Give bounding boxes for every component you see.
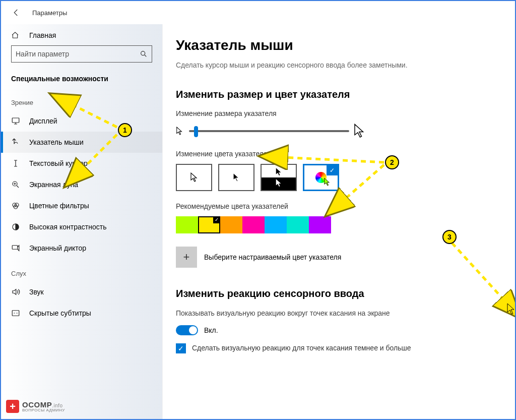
sidebar-item-magnifier[interactable]: Экранная лупа [1, 174, 162, 195]
color-swatch[interactable] [309, 216, 331, 233]
check-icon: ✓ [213, 216, 220, 223]
pointer-icon [11, 138, 22, 147]
pointer-color-custom[interactable]: ✓ [303, 164, 339, 191]
sidebar-item-color-filters[interactable]: Цветные фильтры [1, 195, 162, 216]
sidebar-item-high-contrast[interactable]: Высокая контрастность [1, 216, 162, 237]
touch-desc: Показывать визуальную реакцию вокруг точ… [176, 309, 428, 319]
magnifier-icon [11, 180, 22, 189]
contrast-icon [11, 222, 22, 231]
sidebar-item-label: Звук [29, 288, 44, 296]
search-input-container[interactable] [11, 45, 152, 63]
touch-feedback-toggle[interactable] [176, 325, 198, 335]
sidebar-item-label: Текстовый курсор [29, 159, 88, 167]
sidebar-item-captions[interactable]: Скрытые субтитры [1, 303, 162, 324]
page-title: Указатель мыши [176, 37, 496, 53]
sidebar-header-hearing: Слух [1, 259, 162, 281]
sidebar-item-label: Дисплей [29, 117, 57, 125]
color-swatch[interactable] [242, 216, 265, 233]
add-custom-color-button[interactable]: + [176, 247, 197, 268]
cursor-large-icon [353, 124, 367, 139]
pointer-color-white[interactable] [176, 164, 212, 191]
sidebar-item-label: Высокая контрастность [29, 223, 106, 231]
window-title: Параметры [32, 9, 67, 17]
swatches-row: ✓ [176, 216, 496, 233]
sidebar-home[interactable]: Главная [1, 31, 162, 45]
back-button[interactable] [10, 7, 22, 19]
captions-icon [11, 309, 22, 318]
section-size-color-title: Изменить размер и цвет указателя [176, 89, 496, 100]
color-filter-icon [11, 201, 22, 210]
sidebar-item-mouse-pointer[interactable]: Указатель мыши [1, 132, 162, 153]
sidebar-section-accessibility: Специальные возможности [1, 72, 162, 88]
watermark-plus-icon: + [6, 400, 19, 413]
sidebar-item-sound[interactable]: Звук [1, 281, 162, 303]
sidebar-item-label: Скрытые субтитры [29, 309, 91, 317]
slider-track[interactable] [189, 130, 349, 132]
color-swatch[interactable] [265, 216, 287, 233]
watermark: + OCOMP.info ВОПРОСЫ АДМИНУ [6, 400, 65, 413]
search-input[interactable] [16, 50, 140, 58]
section-touch-title: Изменить реакцию сенсорного ввода [176, 288, 496, 299]
slider-thumb[interactable] [194, 126, 198, 137]
sidebar-item-narrator[interactable]: Экранный диктор [1, 237, 162, 259]
page-subtitle: Сделать курсор мыши и реакцию сенсорного… [176, 61, 428, 71]
color-swatch[interactable] [220, 216, 242, 233]
label-pointer-size: Изменение размера указателя [176, 109, 496, 117]
custom-color-label: Выберите настраиваемый цвет указателя [204, 253, 341, 261]
sound-icon [11, 287, 22, 296]
toggle-state-label: Вкл. [204, 326, 218, 334]
sidebar: Главная Специальные возможности Зрение Д… [1, 24, 162, 419]
sidebar-item-text-cursor[interactable]: Текстовый курсор [1, 153, 162, 174]
color-swatch[interactable]: ✓ [198, 216, 220, 233]
svg-rect-7 [12, 246, 18, 250]
text-cursor-icon [11, 159, 22, 168]
label-pointer-color: Изменение цвета указателя [176, 150, 496, 158]
sidebar-home-label: Главная [29, 31, 56, 39]
checkbox-label: Сделать визуальную реакцию для точек кас… [192, 343, 411, 353]
search-icon [140, 50, 148, 58]
home-icon [11, 31, 22, 39]
color-swatch[interactable] [287, 216, 309, 233]
cursor-small-icon [176, 127, 185, 136]
sidebar-item-label: Цветные фильтры [29, 202, 89, 210]
monitor-icon [11, 116, 22, 126]
color-swatch[interactable] [176, 216, 198, 233]
sidebar-item-display[interactable]: Дисплей [1, 110, 162, 132]
sidebar-item-label: Указатель мыши [29, 138, 84, 146]
sidebar-header-vision: Зрение [1, 88, 162, 110]
sidebar-item-label: Экранная лупа [29, 181, 78, 189]
pointer-size-slider[interactable] [176, 124, 367, 139]
svg-point-0 [141, 51, 145, 55]
darker-feedback-checkbox[interactable]: ✓ [176, 343, 186, 353]
narrator-icon [11, 244, 22, 253]
check-icon: ✓ [327, 165, 338, 175]
svg-rect-8 [12, 311, 19, 316]
sidebar-item-label: Экранный диктор [29, 244, 86, 252]
content-area: Указатель мыши Сделать курсор мыши и реа… [162, 24, 515, 419]
pointer-color-inverted[interactable] [261, 164, 297, 191]
label-recommended-colors: Рекомендуемые цвета указателей [176, 202, 496, 210]
svg-rect-1 [12, 118, 19, 123]
pointer-color-black[interactable] [218, 164, 254, 191]
